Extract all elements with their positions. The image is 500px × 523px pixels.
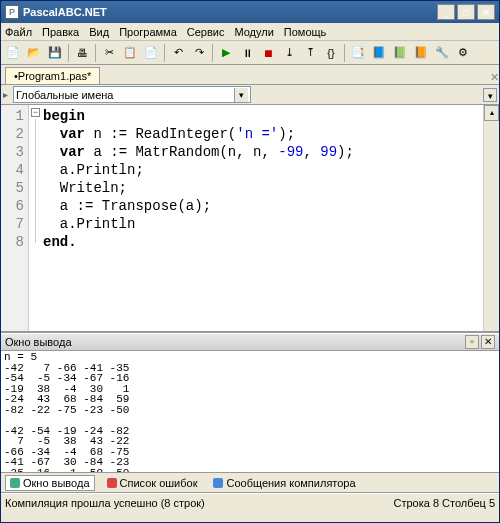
file-tab[interactable]: •Program1.pas*	[5, 67, 100, 84]
chevron-down-icon[interactable]: ▾	[234, 88, 248, 102]
output-pin-icon[interactable]: ▫	[465, 335, 479, 349]
menu-service[interactable]: Сервис	[187, 26, 225, 38]
menu-edit[interactable]: Правка	[42, 26, 79, 38]
combo-bullet-icon: ▸	[3, 89, 11, 100]
bottom-tab-bar: Окно вывода Список ошибок Сообщения комп…	[1, 473, 499, 493]
tab-compiler[interactable]: Сообщения компилятора	[209, 476, 359, 490]
window-titlebar: P PascalABC.NET _ □ ✕	[1, 1, 499, 23]
tab-errors[interactable]: Список ошибок	[103, 476, 202, 490]
stop-icon[interactable]: ⏹	[258, 43, 278, 63]
tool-icon-5[interactable]: 🔧	[432, 43, 452, 63]
line-number: 1	[1, 107, 24, 125]
separator	[164, 44, 165, 62]
separator	[344, 44, 345, 62]
tool-icon-1[interactable]: 📑	[348, 43, 368, 63]
file-tab-bar: •Program1.pas* ✕	[1, 65, 499, 85]
symbol-combo-label: Глобальные имена	[16, 89, 114, 101]
tab-label: Список ошибок	[120, 477, 198, 489]
tab-label: Сообщения компилятора	[226, 477, 355, 489]
cut-icon[interactable]: ✂	[99, 43, 119, 63]
compiler-tab-icon	[213, 478, 223, 488]
output-panel[interactable]: n = 5 -42 7 -66 -41 -35 -54 -5 -34 -67 -…	[1, 351, 499, 473]
tab-close-icon[interactable]: ✕	[490, 71, 499, 84]
tool-icon-4[interactable]: 📙	[411, 43, 431, 63]
tool-icon-2[interactable]: 📘	[369, 43, 389, 63]
line-number: 3	[1, 143, 24, 161]
pause-icon[interactable]: ⏸	[237, 43, 257, 63]
line-number: 6	[1, 197, 24, 215]
menu-file[interactable]: Файл	[5, 26, 32, 38]
chevron-down-icon[interactable]: ▾	[483, 88, 497, 102]
tab-label: Окно вывода	[23, 477, 90, 489]
errors-tab-icon	[107, 478, 117, 488]
output-close-icon[interactable]: ✕	[481, 335, 495, 349]
fold-line	[35, 119, 36, 243]
code-content[interactable]: begin var n := ReadInteger('n ='); var a…	[29, 105, 499, 331]
step-into-icon[interactable]: ⤓	[279, 43, 299, 63]
breakpoint-icon[interactable]: {}	[321, 43, 341, 63]
menu-bar: Файл Правка Вид Программа Сервис Модули …	[1, 23, 499, 41]
tool-icon-3[interactable]: 📗	[390, 43, 410, 63]
undo-icon[interactable]: ↶	[168, 43, 188, 63]
symbol-combo[interactable]: Глобальные имена ▾	[13, 86, 251, 103]
save-icon[interactable]: 💾	[45, 43, 65, 63]
kw-begin: begin	[43, 108, 85, 124]
scroll-up-icon[interactable]: ▴	[484, 105, 499, 121]
line-gutter: 1 2 3 4 5 6 7 8	[1, 105, 29, 331]
output-text: n = 5 -42 7 -66 -41 -35 -54 -5 -34 -67 -…	[4, 351, 129, 473]
kw-var: var	[60, 126, 85, 142]
tab-output[interactable]: Окно вывода	[5, 475, 95, 491]
symbol-combo-row: ▸ Глобальные имена ▾ ▾	[1, 85, 499, 105]
output-tab-icon	[10, 478, 20, 488]
output-panel-header: Окно вывода ▫ ✕	[1, 333, 499, 351]
minimize-button[interactable]: _	[437, 4, 455, 20]
status-cursor-position: Строка 8 Столбец 5	[393, 497, 495, 509]
status-message: Компиляция прошла успешно (8 строк)	[5, 497, 393, 509]
copy-icon[interactable]: 📋	[120, 43, 140, 63]
paste-icon[interactable]: 📄	[141, 43, 161, 63]
menu-modules[interactable]: Модули	[234, 26, 273, 38]
app-icon: P	[5, 5, 19, 19]
line-number: 7	[1, 215, 24, 233]
line-number: 8	[1, 233, 24, 251]
line-number: 4	[1, 161, 24, 179]
status-bar: Компиляция прошла успешно (8 строк) Стро…	[1, 493, 499, 511]
menu-view[interactable]: Вид	[89, 26, 109, 38]
line-number: 5	[1, 179, 24, 197]
window-title: PascalABC.NET	[23, 6, 437, 18]
editor-scrollbar[interactable]: ▴	[483, 105, 499, 331]
maximize-button[interactable]: □	[457, 4, 475, 20]
separator	[68, 44, 69, 62]
output-title: Окно вывода	[5, 336, 463, 348]
menu-program[interactable]: Программа	[119, 26, 177, 38]
print-icon[interactable]: 🖶	[72, 43, 92, 63]
kw-var: var	[60, 144, 85, 160]
toolbar: 📄 📂 💾 🖶 ✂ 📋 📄 ↶ ↷ ▶ ⏸ ⏹ ⤓ ⤒ {} 📑 📘 📗 📙 🔧…	[1, 41, 499, 65]
open-file-icon[interactable]: 📂	[24, 43, 44, 63]
separator	[212, 44, 213, 62]
new-file-icon[interactable]: 📄	[3, 43, 23, 63]
fold-toggle-icon[interactable]: −	[31, 108, 40, 117]
close-button[interactable]: ✕	[477, 4, 495, 20]
tool-icon-6[interactable]: ⚙	[453, 43, 473, 63]
code-editor[interactable]: 1 2 3 4 5 6 7 8 − begin var n := ReadInt…	[1, 105, 499, 333]
run-icon[interactable]: ▶	[216, 43, 236, 63]
separator	[95, 44, 96, 62]
kw-end: end.	[43, 234, 77, 250]
file-tab-label: •Program1.pas*	[14, 70, 91, 82]
redo-icon[interactable]: ↷	[189, 43, 209, 63]
menu-help[interactable]: Помощь	[284, 26, 327, 38]
line-number: 2	[1, 125, 24, 143]
step-over-icon[interactable]: ⤒	[300, 43, 320, 63]
